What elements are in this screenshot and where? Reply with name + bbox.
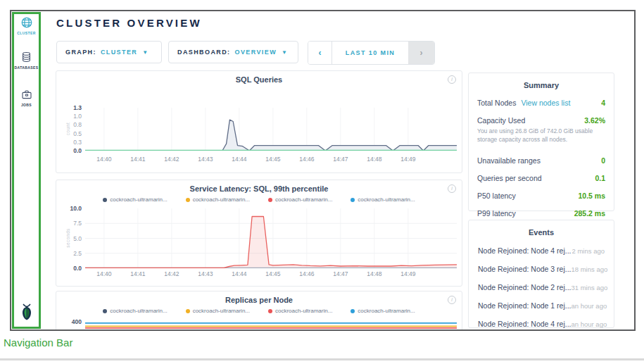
sidebar-item-databases[interactable]: DATABASES: [14, 51, 39, 70]
chart-title: Service Latency: SQL, 99th percentile: [56, 184, 462, 193]
x-tick-label: 14:49: [400, 270, 415, 277]
legend-label: cockroach-ultramarin...: [110, 308, 167, 314]
legend-dot-icon: [186, 309, 190, 313]
summary-row-total-nodes: Total Nodes View nodes list 4: [469, 99, 614, 107]
legend-dot-icon: [268, 309, 272, 313]
dashboard-dropdown[interactable]: DASHBOARD: OVERVIEW ▼: [168, 41, 298, 63]
legend-item: cockroach-ultramarin...: [186, 196, 250, 203]
x-tick-label: 14:44: [232, 156, 246, 163]
sidebar-item-cluster[interactable]: CLUSTER: [14, 16, 39, 35]
x-tick-label: 14:48: [367, 270, 381, 277]
legend-dot-icon: [103, 309, 107, 313]
row-label: P50 latency: [477, 192, 516, 200]
x-tick-label: 14:43: [198, 156, 213, 163]
total-nodes-value: 4: [601, 99, 605, 107]
x-tick-label: 14:40: [96, 156, 111, 163]
time-prev-button[interactable]: ‹: [308, 42, 332, 64]
time-range-selector: ‹ LAST 10 MIN ›: [308, 41, 435, 65]
x-tick-label: 14:40: [96, 270, 111, 277]
events-panel: Events Node Rejoined: Node 4 rej...2 min…: [468, 220, 614, 328]
legend-item: cockroach-ultramarin...: [103, 308, 167, 314]
legend-dot-icon: [186, 198, 190, 202]
x-tick-label: 14:42: [164, 270, 179, 277]
replicas-per-node-chart[interactable]: [85, 322, 457, 331]
x-tick-label: 14:49: [400, 156, 415, 163]
row-value: 10.5 ms: [578, 192, 605, 200]
legend-label: cockroach-ultramarin...: [275, 308, 332, 314]
sql-queries-chart[interactable]: [85, 108, 457, 151]
y-axis: 1.31.00.80.50.30.0: [56, 108, 82, 151]
x-tick-label: 14:41: [130, 270, 145, 277]
summary-row-p99-latency: P99 latency 285.2 ms: [469, 209, 614, 218]
event-time: 18 mins ago: [572, 265, 608, 273]
events-list: Node Rejoined: Node 4 rej...2 mins agoNo…: [469, 246, 614, 328]
legend-item: cockroach-ultramarin...: [268, 308, 332, 314]
chart-panel-service-latency: Service Latency: SQL, 99th percentile i …: [56, 180, 462, 287]
legend-label: cockroach-ultramarin...: [193, 196, 250, 203]
chevron-down-icon: ▼: [282, 49, 287, 56]
sidebar-item-label: DATABASES: [14, 65, 39, 70]
cockroachdb-logo[interactable]: [14, 303, 39, 324]
row-label: Unavailable ranges: [477, 156, 541, 165]
legend-dot-icon: [351, 198, 355, 202]
graph-dropdown-value: CLUSTER: [101, 49, 137, 56]
time-range-label[interactable]: LAST 10 MIN: [332, 42, 408, 64]
y-tick-label: 0.5: [73, 130, 82, 137]
view-nodes-list-link[interactable]: View nodes list: [521, 99, 570, 107]
capacity-used-value: 3.62%: [584, 116, 605, 125]
total-nodes-label: Total Nodes: [477, 99, 516, 107]
y-tick-label: 1.0: [73, 113, 82, 120]
sidebar-item-jobs[interactable]: JOBS: [14, 88, 39, 107]
briefcase-icon: [20, 88, 33, 101]
legend-item: cockroach-ultramarin...: [351, 196, 415, 203]
row-value: 0: [601, 156, 605, 165]
x-tick-label: 14:47: [333, 270, 348, 277]
y-axis: 400: [56, 322, 82, 331]
legend-label: cockroach-ultramarin...: [110, 196, 167, 203]
events-title: Events: [469, 220, 614, 237]
time-next-button[interactable]: ›: [408, 42, 434, 64]
legend-item: cockroach-ultramarin...: [103, 196, 167, 203]
x-tick-label: 14:46: [299, 156, 314, 163]
chart-panel-sql-queries: SQL Queries i count 1.31.00.80.50.30.0 1…: [56, 70, 462, 173]
y-tick-label: 0.3: [73, 139, 82, 146]
y-tick-label: 400: [72, 318, 82, 325]
graph-dropdown[interactable]: GRAPH: CLUSTER ▼: [56, 41, 162, 63]
event-message: Node Rejoined: Node 1 rej...: [478, 301, 572, 310]
info-icon[interactable]: i: [448, 184, 456, 193]
x-tick-label: 14:48: [367, 156, 381, 163]
event-row: Node Rejoined: Node 3 rej...18 mins ago: [469, 265, 614, 273]
database-icon: [20, 51, 32, 63]
admin-ui-window: CLUSTER DATABASES JOBS: [10, 10, 636, 331]
row-label: Queries per second: [477, 174, 542, 182]
x-tick-label: 14:43: [198, 270, 213, 277]
x-tick-label: 14:41: [130, 156, 145, 163]
y-tick-label: 0.0: [73, 147, 82, 154]
capacity-description: You are using 26.8 GiB of 742.0 GiB usab…: [477, 127, 605, 144]
summary-row-unavailable-ranges: Unavailable ranges 0: [469, 156, 614, 165]
legend-item: cockroach-ultramarin...: [351, 308, 415, 314]
y-tick-label: 1.3: [73, 104, 82, 111]
event-message: Node Rejoined: Node 4 rej...: [478, 320, 572, 328]
legend-dot-icon: [351, 309, 355, 313]
service-latency-chart[interactable]: [85, 208, 457, 268]
summary-row-p50-latency: P50 latency 10.5 ms: [469, 192, 614, 200]
event-time: 31 mins ago: [572, 284, 608, 291]
chart-panel-replicas-per-node: Replicas per Node i cockroach-ultramarin…: [56, 291, 462, 331]
dashboard-dropdown-label: DASHBOARD:: [177, 49, 231, 56]
globe-icon: [20, 16, 33, 29]
legend-label: cockroach-ultramarin...: [275, 196, 332, 203]
x-tick-label: 14:44: [232, 270, 246, 277]
summary-row-capacity: Capacity Used 3.62%: [469, 116, 614, 125]
row-value: 285.2 ms: [574, 209, 605, 218]
sidebar-item-label: CLUSTER: [14, 31, 39, 35]
annotation-label: Navigation Bar: [4, 337, 72, 349]
event-row: Node Rejoined: Node 1 rej...an hour ago: [469, 301, 614, 310]
chart-title: Replicas per Node: [56, 296, 462, 304]
legend-item: cockroach-ultramarin...: [186, 308, 250, 314]
info-icon[interactable]: i: [448, 296, 456, 304]
x-tick-label: 14:46: [299, 270, 314, 277]
event-time: an hour ago: [572, 320, 607, 328]
info-icon[interactable]: i: [448, 75, 456, 84]
navigation-bar: CLUSTER DATABASES JOBS: [12, 12, 41, 329]
